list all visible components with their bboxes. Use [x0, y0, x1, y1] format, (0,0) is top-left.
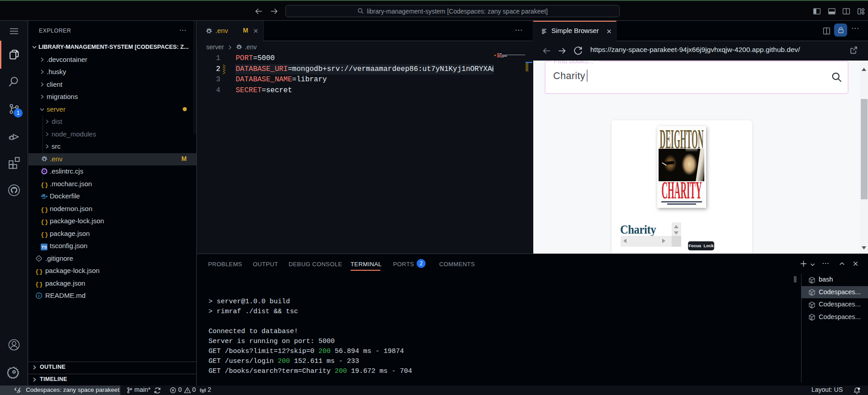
svg-text:$: $	[810, 317, 812, 320]
svg-text:$: $	[810, 305, 812, 308]
svg-text:CHARITY: CHARITY	[662, 182, 702, 199]
svg-text:$: $	[810, 292, 812, 295]
svg-text:DEIGHTON: DEIGHTON	[660, 126, 704, 149]
svg-text:$: $	[810, 280, 812, 283]
